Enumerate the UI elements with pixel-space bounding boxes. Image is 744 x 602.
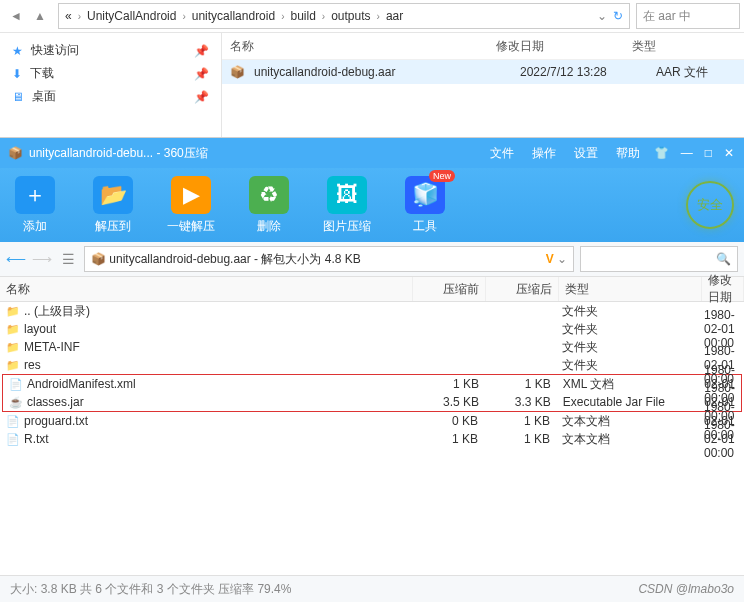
menu-operate[interactable]: 操作	[532, 145, 556, 162]
row-type: 文件夹	[556, 321, 698, 338]
menu-file[interactable]: 文件	[490, 145, 514, 162]
list-row[interactable]: ☕classes.jar3.5 KB3.3 KBExecutable Jar F…	[3, 393, 741, 411]
row-date: 1980-02-01 00:00	[698, 418, 744, 460]
chevron-down-icon[interactable]: ⌄	[557, 252, 567, 266]
file-row[interactable]: 📦 unitycallandroid-debug.aar 2022/7/12 1…	[222, 60, 744, 84]
menu-help[interactable]: 帮助	[616, 145, 640, 162]
row-pre: 0 KB	[412, 414, 484, 428]
list-row[interactable]: 📄R.txt1 KB1 KB文本文档1980-02-01 00:00	[0, 430, 744, 448]
row-name: META-INF	[24, 340, 80, 354]
row-type: 文件夹	[556, 303, 698, 320]
tool-tools[interactable]: 🧊New工具	[400, 176, 450, 235]
nav-up-icon[interactable]: ▲	[28, 4, 52, 28]
col-type[interactable]: 类型	[624, 38, 720, 55]
image-icon: 🖼	[327, 176, 367, 214]
tools-icon: 🧊New	[405, 176, 445, 214]
tool-oneclick[interactable]: ▶一键解压	[166, 176, 216, 235]
archive-path[interactable]: 📦 unitycallandroid-debug.aar - 解包大小为 4.8…	[84, 246, 574, 272]
hdr-post[interactable]: 压缩后	[486, 277, 559, 301]
tool-delete[interactable]: ♻删除	[244, 176, 294, 235]
col-name[interactable]: 名称	[222, 38, 488, 55]
archive-icon: 📦	[8, 146, 23, 160]
list-row[interactable]: 📁res文件夹1980-02-01 00:00	[0, 356, 744, 374]
jar-icon: ☕	[9, 395, 23, 409]
explorer-toolbar: ◄ ▲ « › UnityCallAndroid› unitycallandro…	[0, 0, 744, 33]
crumb[interactable]: build	[290, 9, 315, 23]
archive-file-list: 📁.. (上级目录)文件夹📁layout文件夹1980-02-01 00:00📁…	[0, 302, 744, 448]
hdr-date[interactable]: 修改日期	[702, 277, 744, 301]
tool-add[interactable]: ＋添加	[10, 176, 60, 235]
refresh-icon[interactable]: ↻	[613, 9, 623, 23]
minimize-icon[interactable]: —	[681, 146, 693, 160]
list-row[interactable]: 📁META-INF文件夹	[0, 338, 744, 356]
explorer-sidebar: ★快速访问📌 ⬇下载📌 🖥桌面📌	[0, 33, 222, 139]
list-row[interactable]: 📄AndroidManifest.xml1 KB1 KBXML 文档1980-0…	[3, 375, 741, 393]
breadcrumb[interactable]: « › UnityCallAndroid› unitycallandroid› …	[58, 3, 630, 29]
list-row[interactable]: 📁.. (上级目录)文件夹	[0, 302, 744, 320]
archive-titlebar: 📦unitycallandroid-debu... - 360压缩 文件 操作 …	[0, 138, 744, 168]
tool-extract[interactable]: 📂解压到	[88, 176, 138, 235]
explorer-search[interactable]: 在 aar 中	[636, 3, 740, 29]
crumb[interactable]: unitycallandroid	[192, 9, 275, 23]
row-name: res	[24, 358, 41, 372]
list-row[interactable]: 📄proguard.txt0 KB1 KB文本文档1980-02-01 00:0…	[0, 412, 744, 430]
row-type: Executable Jar File	[557, 395, 698, 409]
archive-search[interactable]: 🔍	[580, 246, 738, 272]
forward-icon: ⟶	[32, 251, 52, 267]
extract-icon: 📂	[93, 176, 133, 214]
sidebar-item-label: 快速访问	[31, 42, 79, 59]
hdr-pre[interactable]: 压缩前	[413, 277, 486, 301]
oneclick-icon: ▶	[171, 176, 211, 214]
row-pre: 1 KB	[412, 432, 484, 446]
archive-title: unitycallandroid-debu... - 360压缩	[29, 145, 208, 162]
nav-back-icon[interactable]: ◄	[4, 4, 28, 28]
list-row[interactable]: 📁layout文件夹1980-02-01 00:00	[0, 320, 744, 338]
row-post: 1 KB	[484, 432, 556, 446]
folder-icon: 📁	[6, 304, 20, 318]
viewmode-icon[interactable]: ☰	[58, 251, 78, 267]
sidebar-item-quickaccess[interactable]: ★快速访问📌	[0, 39, 221, 62]
breadcrumb-prefix: «	[65, 9, 72, 23]
crumb[interactable]: UnityCallAndroid	[87, 9, 176, 23]
row-type: 文本文档	[556, 431, 698, 448]
search-icon: 🔍	[716, 252, 731, 266]
back-icon[interactable]: ⟵	[6, 251, 26, 267]
aar-file-icon: 📦	[228, 65, 246, 79]
safe-badge: 安全	[686, 181, 734, 229]
crumb[interactable]: outputs	[331, 9, 370, 23]
row-post: 1 KB	[484, 414, 556, 428]
explorer-content: 名称 修改日期 类型 📦 unitycallandroid-debug.aar …	[222, 33, 744, 139]
row-post: 1 KB	[485, 377, 557, 391]
dropdown-icon[interactable]: ⌄	[597, 9, 607, 23]
folder-icon: 📁	[6, 358, 20, 372]
row-type: XML 文档	[557, 376, 698, 393]
archive-window: 📦unitycallandroid-debu... - 360压缩 文件 操作 …	[0, 137, 744, 448]
menu-settings[interactable]: 设置	[574, 145, 598, 162]
archive-addressbar: ⟵ ⟶ ☰ 📦 unitycallandroid-debug.aar - 解包大…	[0, 242, 744, 277]
archive-toolbar: ＋添加 📂解压到 ▶一键解压 ♻删除 🖼图片压缩 🧊New工具 安全	[0, 168, 744, 242]
col-date[interactable]: 修改日期	[488, 38, 624, 55]
v-dropdown[interactable]: V	[546, 252, 554, 266]
close-icon[interactable]: ✕	[724, 146, 734, 160]
tool-label: 删除	[257, 218, 281, 235]
file-icon: 📄	[6, 414, 20, 428]
tool-label: 一键解压	[167, 218, 215, 235]
skin-icon[interactable]: 👕	[654, 146, 669, 160]
hdr-type[interactable]: 类型	[559, 277, 702, 301]
sidebar-item-downloads[interactable]: ⬇下载📌	[0, 62, 221, 85]
row-type: 文件夹	[556, 357, 698, 374]
sidebar-item-desktop[interactable]: 🖥桌面📌	[0, 85, 221, 108]
row-pre: 1 KB	[413, 377, 485, 391]
crumb[interactable]: aar	[386, 9, 403, 23]
star-icon: ★	[12, 44, 23, 58]
tool-label: 解压到	[95, 218, 131, 235]
column-header: 名称 修改日期 类型	[222, 33, 744, 60]
tool-label: 添加	[23, 218, 47, 235]
tool-label: 图片压缩	[323, 218, 371, 235]
hdr-name[interactable]: 名称	[0, 277, 413, 301]
tool-image[interactable]: 🖼图片压缩	[322, 176, 372, 235]
archive-menu: 文件 操作 设置 帮助	[490, 145, 640, 162]
folder-icon: 📁	[6, 322, 20, 336]
delete-icon: ♻	[249, 176, 289, 214]
maximize-icon[interactable]: □	[705, 146, 712, 160]
